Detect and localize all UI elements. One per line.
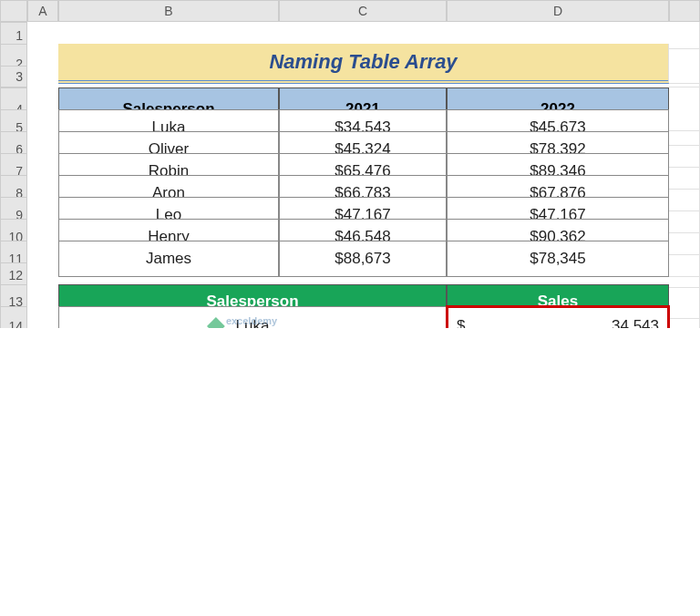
- currency-symbol: $: [457, 317, 465, 328]
- cell-E14[interactable]: [669, 306, 700, 328]
- cell-D3[interactable]: [447, 66, 669, 87]
- lookup-name-value: Luka: [236, 317, 270, 328]
- lookup-result-cell[interactable]: $ 34,543: [447, 306, 669, 328]
- col-header-A[interactable]: A: [27, 0, 58, 22]
- cell-B3[interactable]: [58, 66, 279, 87]
- col-header-B[interactable]: B: [58, 0, 279, 22]
- select-all-corner[interactable]: [0, 0, 27, 22]
- cell-A14[interactable]: [27, 306, 58, 328]
- lookup-result-value: 34,543: [612, 317, 659, 328]
- cell-A3[interactable]: [27, 66, 58, 87]
- cell-C3[interactable]: [279, 66, 447, 87]
- row-header-14[interactable]: 14: [0, 306, 27, 328]
- lookup-name-cell[interactable]: Luka exceldemy EXCEL • DATA • BI: [58, 306, 447, 328]
- col-header-E[interactable]: [669, 0, 700, 22]
- cell-E3[interactable]: [669, 66, 700, 87]
- col-header-D[interactable]: D: [447, 0, 669, 22]
- col-header-C[interactable]: C: [279, 0, 447, 22]
- row-header-3[interactable]: 3: [0, 66, 27, 87]
- watermark-icon: [207, 317, 225, 328]
- spreadsheet-grid: A B C D 1 2 Naming Table Array 3 4 Sales…: [0, 0, 700, 328]
